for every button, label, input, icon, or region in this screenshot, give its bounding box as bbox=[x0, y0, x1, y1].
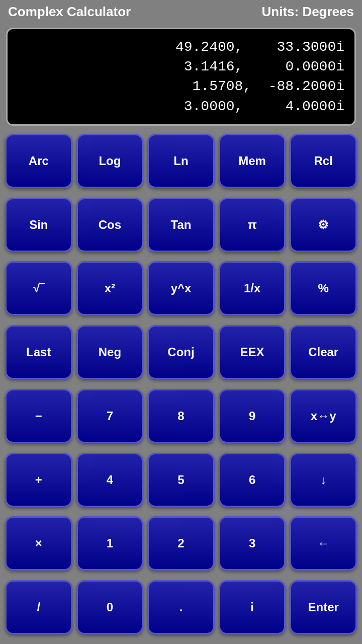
display-line-1: 49.2400, 33.3000i bbox=[175, 37, 344, 57]
inv-button[interactable]: 1/x bbox=[219, 261, 286, 315]
five-button[interactable]: 5 bbox=[147, 453, 215, 507]
nine-button[interactable]: 9 bbox=[219, 389, 286, 443]
one-button[interactable]: 1 bbox=[76, 516, 144, 571]
last-button[interactable]: Last bbox=[5, 325, 72, 379]
settings-button[interactable]: ⚙ bbox=[290, 198, 357, 252]
units-label: Units: Degrees bbox=[262, 4, 354, 20]
pct-button[interactable]: % bbox=[290, 261, 357, 315]
sqrt-button[interactable]: √‾ bbox=[5, 261, 72, 315]
two-button[interactable]: 2 bbox=[147, 516, 215, 571]
yx-button[interactable]: y^x bbox=[147, 261, 215, 315]
mem-button[interactable]: Mem bbox=[219, 134, 286, 188]
div-button[interactable]: / bbox=[5, 580, 72, 634]
clear-button[interactable]: Clear bbox=[290, 325, 357, 379]
rcl-button[interactable]: Rcl bbox=[290, 134, 357, 188]
app-header: Complex Calculator Units: Degrees bbox=[0, 0, 362, 24]
display-line-4: 3.0000, 4.0000i bbox=[167, 97, 344, 116]
dot-button[interactable]: . bbox=[147, 580, 215, 634]
imag-button[interactable]: i bbox=[219, 580, 286, 634]
three-button[interactable]: 3 bbox=[219, 516, 286, 571]
enter-button[interactable]: Enter bbox=[290, 580, 357, 634]
sin-button[interactable]: Sin bbox=[5, 198, 72, 252]
down-button[interactable]: ↓ bbox=[290, 453, 357, 507]
tan-button[interactable]: Tan bbox=[147, 198, 215, 252]
button-grid: ArcLogLnMemRclSinCosTanπ⚙√‾x²y^x1/x%Last… bbox=[0, 130, 362, 644]
plus-button[interactable]: + bbox=[5, 453, 72, 507]
app-title: Complex Calculator bbox=[8, 4, 131, 20]
xxy-button[interactable]: x↔y bbox=[290, 389, 357, 443]
calculator-display: 49.2400, 33.3000i 3.1416, 0.0000i 1.5708… bbox=[6, 28, 356, 126]
eex-button[interactable]: EEX bbox=[219, 325, 286, 379]
pi-button[interactable]: π bbox=[219, 198, 286, 252]
display-line-2: 3.1416, 0.0000i bbox=[167, 57, 344, 76]
mult-button[interactable]: × bbox=[5, 516, 72, 571]
display-line-3: 1.5708, -88.2000i bbox=[175, 76, 344, 96]
minus-button[interactable]: − bbox=[5, 389, 72, 443]
back-button[interactable]: ← bbox=[290, 516, 357, 571]
zero-button[interactable]: 0 bbox=[76, 580, 144, 634]
eight-button[interactable]: 8 bbox=[147, 389, 215, 443]
log-button[interactable]: Log bbox=[76, 134, 144, 188]
cos-button[interactable]: Cos bbox=[76, 198, 144, 252]
ln-button[interactable]: Ln bbox=[147, 134, 215, 188]
neg-button[interactable]: Neg bbox=[76, 325, 144, 379]
four-button[interactable]: 4 bbox=[76, 453, 144, 507]
conj-button[interactable]: Conj bbox=[147, 325, 215, 379]
six-button[interactable]: 6 bbox=[219, 453, 286, 507]
x2-button[interactable]: x² bbox=[76, 261, 144, 315]
seven-button[interactable]: 7 bbox=[76, 389, 144, 443]
arc-button[interactable]: Arc bbox=[5, 134, 72, 188]
